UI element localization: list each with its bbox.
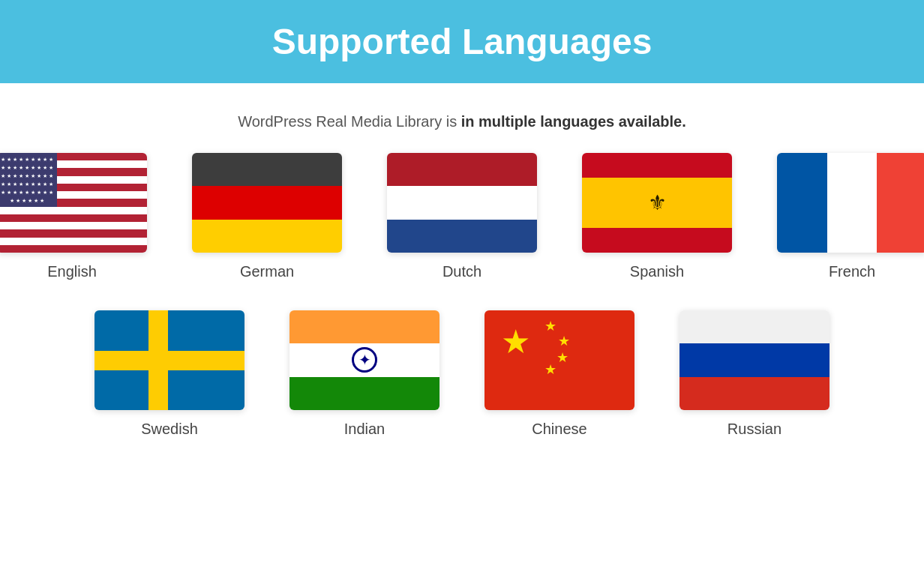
flag-dutch — [387, 153, 537, 253]
flag-swedish — [94, 310, 244, 410]
lang-label-german: German — [240, 263, 294, 280]
subtitle-emphasis: in multiple languages available. — [461, 113, 686, 130]
flag-chinese: ★ ★ ★ ★ ★ — [484, 310, 634, 410]
lang-label-chinese: Chinese — [532, 421, 586, 438]
flag-german — [192, 153, 342, 253]
lang-item-french: French — [777, 153, 924, 280]
flag-spanish: ⚜ — [582, 153, 732, 253]
lang-label-swedish: Swedish — [141, 421, 198, 438]
lang-label-french: French — [829, 263, 875, 280]
lang-item-english: ★★★★★★ ★★★★★★ ★★★★★★ ★★★★★★ ★★★★★★ ★★★★★… — [0, 153, 147, 280]
lang-item-swedish: Swedish — [94, 310, 244, 438]
lang-label-russian: Russian — [728, 421, 782, 438]
languages-row-1: ★★★★★★ ★★★★★★ ★★★★★★ ★★★★★★ ★★★★★★ ★★★★★… — [0, 153, 924, 280]
flag-russian — [680, 310, 830, 410]
flag-english: ★★★★★★ ★★★★★★ ★★★★★★ ★★★★★★ ★★★★★★ ★★★★★… — [0, 153, 147, 253]
page-title: Supported Languages — [15, 21, 909, 62]
page-header: Supported Languages — [0, 0, 924, 83]
lang-item-russian: Russian — [680, 310, 830, 438]
lang-item-dutch: Dutch — [387, 153, 537, 280]
languages-container: ★★★★★★ ★★★★★★ ★★★★★★ ★★★★★★ ★★★★★★ ★★★★★… — [0, 153, 924, 498]
subtitle: WordPress Real Media Library is in multi… — [0, 83, 924, 153]
flag-french — [777, 153, 924, 253]
languages-row-2: Swedish Indian ★ ★ ★ ★ ★ — [94, 310, 830, 438]
lang-item-spanish: ⚜ Spanish — [582, 153, 732, 280]
lang-label-dutch: Dutch — [442, 263, 482, 280]
lang-item-chinese: ★ ★ ★ ★ ★ Chinese — [484, 310, 634, 438]
lang-label-english: English — [47, 263, 97, 280]
lang-label-spanish: Spanish — [630, 263, 684, 280]
lang-item-german: German — [192, 153, 342, 280]
lang-item-indian: Indian — [290, 310, 440, 438]
lang-label-indian: Indian — [344, 421, 386, 438]
flag-indian — [290, 310, 440, 410]
